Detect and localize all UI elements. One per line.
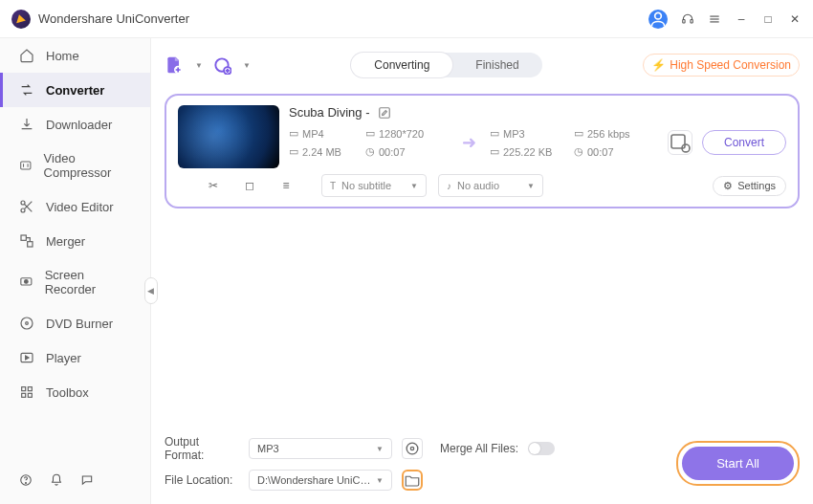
sidebar-item-downloader[interactable]: Downloader: [0, 107, 150, 142]
merge-label: Merge All Files:: [440, 442, 518, 455]
svg-point-7: [21, 201, 25, 205]
sidebar-item-label: Player: [46, 351, 81, 365]
sidebar-item-converter[interactable]: Converter: [0, 73, 150, 107]
output-settings-icon[interactable]: [668, 130, 692, 155]
add-url-icon[interactable]: [212, 55, 231, 75]
output-format-label: Output Format:: [165, 435, 239, 462]
sidebar-item-video-compressor[interactable]: Video Compressor: [0, 142, 150, 189]
browse-folder-button[interactable]: [402, 470, 423, 491]
start-all-highlight: Start All: [676, 441, 800, 486]
dst-format: ▭MP3: [490, 127, 574, 140]
sidebar-item-player[interactable]: Player: [0, 340, 150, 375]
menu-icon[interactable]: [708, 12, 721, 26]
svg-rect-17: [28, 387, 32, 391]
svg-rect-6: [21, 162, 31, 169]
file-location-select[interactable]: D:\Wondershare UniConverter▼: [249, 470, 392, 491]
settings-button[interactable]: ⚙ Settings: [713, 176, 786, 196]
tab-finished[interactable]: Finished: [452, 53, 541, 77]
audio-select[interactable]: ♪No audio▼: [438, 174, 543, 197]
sidebar-collapse-handle[interactable]: ◀: [144, 277, 158, 304]
sidebar-item-screen-recorder[interactable]: Screen Recorder: [0, 258, 150, 306]
svg-point-28: [406, 443, 418, 454]
svg-rect-1: [683, 19, 685, 22]
svg-rect-9: [21, 235, 26, 240]
svg-rect-2: [691, 19, 692, 22]
main-panel: ▼ ▼ Converting Finished ⚡ High Speed Con…: [151, 38, 813, 504]
compress-icon: [19, 158, 33, 173]
help-icon[interactable]: [19, 473, 33, 487]
play-icon: [19, 350, 34, 365]
gear-icon: ⚙: [723, 180, 733, 192]
minimize-button[interactable]: –: [735, 12, 748, 26]
src-size: ▭2.24 MB: [289, 145, 365, 158]
convert-button[interactable]: Convert: [702, 130, 786, 155]
sidebar-item-label: Video Compressor: [44, 151, 131, 180]
close-button[interactable]: ✕: [788, 12, 802, 26]
feedback-icon[interactable]: [80, 473, 94, 487]
svg-point-14: [26, 322, 29, 325]
sidebar-item-toolbox[interactable]: Toolbox: [0, 375, 150, 409]
sidebar: HomeConverterDownloaderVideo CompressorV…: [0, 38, 151, 504]
sidebar-item-label: Home: [46, 49, 79, 63]
add-file-icon[interactable]: [165, 55, 184, 75]
arrow-icon: ➜: [450, 132, 490, 153]
src-resolution: ▭1280*720: [365, 127, 450, 140]
svg-point-0: [655, 12, 662, 19]
sidebar-item-label: Converter: [46, 83, 104, 98]
sidebar-item-label: Toolbox: [46, 385, 89, 400]
grid-icon: [19, 384, 34, 400]
scissors-icon: [19, 199, 34, 214]
chevron-down-icon[interactable]: ▼: [243, 61, 251, 70]
sidebar-item-label: Merger: [46, 234, 85, 249]
output-format-settings-icon[interactable]: [402, 438, 423, 459]
effect-icon[interactable]: ≡: [279, 179, 293, 192]
file-location-label: File Location:: [165, 473, 239, 487]
sidebar-item-label: DVD Burner: [46, 317, 113, 331]
home-icon: [19, 48, 34, 63]
output-format-select[interactable]: MP3▼: [249, 438, 392, 459]
crop-icon[interactable]: ◻: [243, 179, 256, 192]
app-title: Wondershare UniConverter: [38, 11, 189, 26]
converter-icon: [19, 82, 34, 98]
download-icon: [19, 117, 34, 132]
merge-icon: [19, 233, 34, 249]
high-speed-toggle[interactable]: ⚡ High Speed Conversion: [643, 54, 800, 77]
tab-segment: Converting Finished: [351, 53, 541, 77]
svg-point-29: [410, 447, 413, 449]
src-duration: ◷00:07: [365, 145, 450, 158]
subtitle-select[interactable]: TNo subtitle▼: [321, 174, 427, 197]
svg-point-12: [25, 280, 29, 284]
bottom-bar: Output Format: MP3▼ Merge All Files: Fil…: [165, 426, 800, 491]
video-thumbnail[interactable]: [178, 105, 279, 168]
svg-rect-16: [22, 387, 26, 391]
svg-rect-19: [28, 393, 32, 397]
dst-size: ▭225.22 KB: [490, 145, 574, 158]
trim-icon[interactable]: ✂: [207, 179, 220, 192]
sidebar-item-home[interactable]: Home: [0, 38, 150, 73]
src-format: ▭MP4: [289, 127, 365, 140]
record-icon: [19, 274, 33, 290]
merge-toggle[interactable]: [528, 442, 555, 455]
app-logo: [11, 10, 31, 29]
svg-point-8: [21, 208, 25, 212]
sidebar-item-video-editor[interactable]: Video Editor: [0, 189, 150, 224]
titlebar: Wondershare UniConverter – □ ✕: [0, 0, 813, 38]
maximize-button[interactable]: □: [761, 12, 775, 26]
sidebar-item-label: Downloader: [46, 118, 112, 132]
headset-icon[interactable]: [681, 12, 694, 26]
sidebar-item-dvd-burner[interactable]: DVD Burner: [0, 306, 150, 340]
edit-icon[interactable]: [378, 106, 391, 120]
tab-converting[interactable]: Converting: [351, 53, 452, 77]
dst-bitrate: ▭256 kbps: [574, 127, 658, 140]
svg-point-13: [21, 318, 33, 329]
sidebar-item-label: Screen Recorder: [45, 268, 131, 296]
start-all-button[interactable]: Start All: [682, 447, 794, 480]
file-title: Scuba Diving -: [289, 105, 370, 120]
chevron-down-icon[interactable]: ▼: [195, 61, 203, 70]
sidebar-item-merger[interactable]: Merger: [0, 224, 150, 258]
svg-rect-25: [379, 107, 389, 118]
bell-icon[interactable]: [50, 473, 63, 487]
user-avatar[interactable]: [648, 10, 668, 29]
bolt-icon: ⚡: [651, 58, 666, 72]
sidebar-item-label: Video Editor: [46, 200, 114, 214]
